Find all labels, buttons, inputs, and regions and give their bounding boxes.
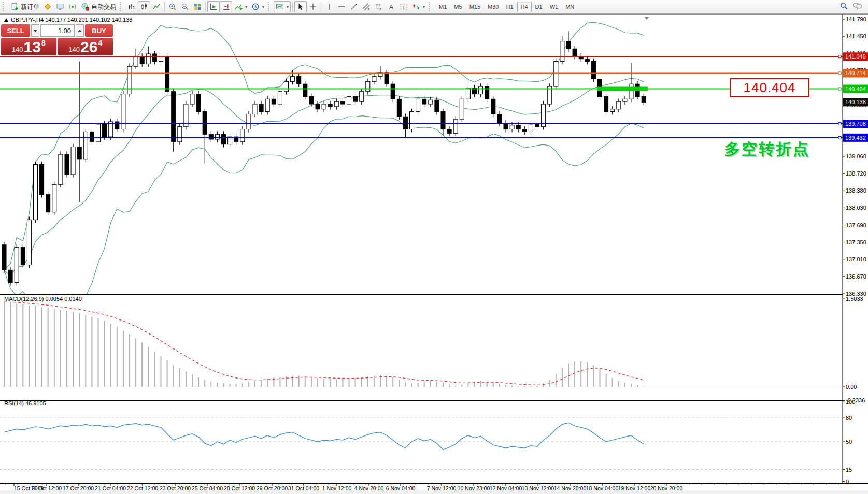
volume-down-button[interactable] xyxy=(31,24,39,37)
reversal-point-note: 多空转折点 xyxy=(724,139,828,160)
svg-text:13 Nov 12:00: 13 Nov 12:00 xyxy=(522,485,554,491)
tf-M15[interactable]: M15 xyxy=(466,2,484,12)
svg-text:F: F xyxy=(380,8,382,11)
bar-chart-button[interactable] xyxy=(125,1,138,12)
line-chart-button[interactable] xyxy=(150,1,163,12)
toolbar-grip[interactable] xyxy=(3,2,7,11)
sell-price[interactable]: 140 13 8 xyxy=(1,38,56,55)
svg-text:6 Nov 04:00: 6 Nov 04:00 xyxy=(386,485,416,491)
macd-label: MACD(12,26,9) 0.0054 0.0140 xyxy=(4,296,82,302)
sell-price-main: 13 xyxy=(24,39,41,55)
crosshair-button[interactable] xyxy=(307,1,319,12)
svg-text:4 Nov 20:00: 4 Nov 20:00 xyxy=(354,485,384,491)
toolbar-right xyxy=(839,2,867,12)
svg-text:141.450: 141.450 xyxy=(846,33,866,39)
svg-text:139.708: 139.708 xyxy=(845,121,866,127)
chat-icon[interactable] xyxy=(852,2,863,12)
svg-text:28 Oct 12:00: 28 Oct 12:00 xyxy=(224,485,255,491)
svg-text:50: 50 xyxy=(846,439,852,445)
svg-text:137.690: 137.690 xyxy=(846,222,866,228)
auto-scroll-icon xyxy=(209,3,218,11)
text-label-icon: T xyxy=(400,3,408,11)
profiles-diamond-icon xyxy=(44,3,52,11)
periods-button[interactable]: ▾ xyxy=(249,1,266,12)
svg-text:138.030: 138.030 xyxy=(846,205,866,211)
bar-chart-icon xyxy=(127,3,136,11)
fibonacci-icon: F xyxy=(375,3,383,11)
market-watch-button[interactable] xyxy=(54,1,66,12)
dropdown-arrow-icon: ▾ xyxy=(287,5,289,9)
auto-scroll-button[interactable] xyxy=(207,1,220,12)
sell-button[interactable]: SELL xyxy=(1,24,30,37)
volume-up-button[interactable] xyxy=(76,24,84,37)
chart-title-text: GBPJPY-,H4 140.177 140.201 140.102 140.1… xyxy=(11,17,132,23)
svg-text:139.060: 139.060 xyxy=(846,153,866,159)
toolbar-grip[interactable] xyxy=(268,2,272,11)
tf-M1[interactable]: M1 xyxy=(435,2,450,12)
tf-W1[interactable]: W1 xyxy=(546,2,562,12)
timeframe-group: M1M5M15M30H1H4D1W1MN xyxy=(435,2,578,12)
svg-text:140.714: 140.714 xyxy=(845,70,866,76)
svg-text:137.010: 137.010 xyxy=(846,256,866,263)
chart-shift-button[interactable] xyxy=(220,1,232,12)
buy-price[interactable]: 140 26 4 xyxy=(58,38,113,55)
channel-icon: E xyxy=(362,3,371,11)
svg-text:7 Nov 12:00: 7 Nov 12:00 xyxy=(427,485,457,491)
text-button[interactable]: A xyxy=(385,1,397,12)
chart-shift-icon xyxy=(222,3,230,11)
zoom-in-button[interactable] xyxy=(166,1,179,12)
one-click-trading-panel: SELL BUY 140 13 8 140 26 4 xyxy=(1,24,113,55)
search-icon[interactable] xyxy=(839,2,848,12)
tile-windows-button[interactable] xyxy=(191,1,204,12)
indicators-button[interactable]: ▾ xyxy=(232,1,249,12)
svg-text:14 Nov 20:00: 14 Nov 20:00 xyxy=(554,485,587,491)
auto-trading-icon xyxy=(81,3,89,11)
vertical-line-button[interactable] xyxy=(323,1,335,12)
svg-text:22 Oct 12:00: 22 Oct 12:00 xyxy=(127,485,158,491)
candlestick-chart-button[interactable] xyxy=(138,1,150,12)
svg-text:139.432: 139.432 xyxy=(845,135,866,141)
toolbar-grip[interactable] xyxy=(120,2,124,11)
toolbar-grip[interactable] xyxy=(429,2,433,11)
equidistant-channel-button[interactable]: E xyxy=(360,1,373,12)
buy-button[interactable]: BUY xyxy=(85,24,113,37)
tf-D1[interactable]: D1 xyxy=(532,2,546,12)
tf-H4[interactable]: H4 xyxy=(517,2,532,12)
toolbar-separator xyxy=(205,2,206,12)
text-label-button[interactable]: T xyxy=(397,1,410,12)
zoom-out-button[interactable] xyxy=(179,1,191,12)
new-order-button[interactable]: 新订单 xyxy=(8,1,41,12)
arrows-button[interactable]: ▾ xyxy=(410,1,427,12)
crosshair-icon xyxy=(309,3,317,11)
horizontal-line-button[interactable] xyxy=(335,1,348,12)
toolbar-separator xyxy=(164,2,165,12)
auto-trading-button[interactable]: 自动交易 xyxy=(79,1,118,12)
svg-text:19 Nov 12:00: 19 Nov 12:00 xyxy=(618,485,651,491)
svg-text:15: 15 xyxy=(846,467,852,473)
toolbar-separator xyxy=(321,2,321,12)
fibonacci-button[interactable]: F xyxy=(373,1,385,12)
volume-input[interactable] xyxy=(40,24,75,37)
templates-button[interactable]: ▾ xyxy=(274,1,291,12)
cursor-button[interactable] xyxy=(294,1,307,12)
tf-M30[interactable]: M30 xyxy=(484,2,502,12)
svg-text:0.00: 0.00 xyxy=(846,384,857,390)
triangle-down-icon xyxy=(33,30,37,32)
signals-button[interactable] xyxy=(66,1,79,12)
buy-price-main: 26 xyxy=(80,39,97,55)
monitor-icon xyxy=(56,3,64,11)
svg-text:23 Oct 20:00: 23 Oct 20:00 xyxy=(160,485,191,491)
svg-text:12 Nov 04:00: 12 Nov 04:00 xyxy=(490,485,522,491)
trendline-button[interactable] xyxy=(348,1,360,12)
tf-H1[interactable]: H1 xyxy=(502,2,517,12)
tf-MN[interactable]: MN xyxy=(562,2,578,12)
svg-text:A: A xyxy=(389,4,393,11)
tf-M5[interactable]: M5 xyxy=(450,2,465,12)
profiles-button[interactable] xyxy=(41,1,54,12)
svg-text:100: 100 xyxy=(846,399,855,405)
triangle-up-icon xyxy=(78,30,82,32)
buy-price-small: 140 xyxy=(68,46,80,53)
svg-text:1.5033: 1.5033 xyxy=(846,296,863,302)
text-a-icon: A xyxy=(387,3,395,11)
tile-windows-icon xyxy=(193,3,202,11)
